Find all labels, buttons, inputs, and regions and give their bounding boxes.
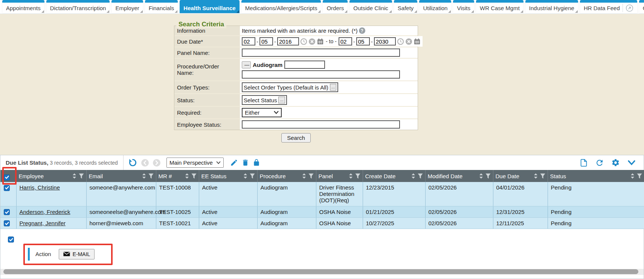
employee-link[interactable]: Harris, Christine xyxy=(20,184,60,191)
footer-select-all-checkbox[interactable] xyxy=(8,237,14,243)
tab-outside-clinic[interactable]: Outside Clinic xyxy=(349,0,392,13)
delete-trash-icon[interactable] xyxy=(241,159,249,167)
due-from-month-input[interactable] xyxy=(242,37,255,45)
sort-icon[interactable] xyxy=(142,173,146,179)
row-checkbox[interactable] xyxy=(4,220,10,226)
tab-quality-of[interactable]: Quality of xyxy=(639,0,644,13)
due-from-year-input[interactable] xyxy=(277,37,299,45)
filter-funnel-icon[interactable] xyxy=(485,173,491,179)
sort-icon[interactable] xyxy=(185,173,189,179)
select-all-checkbox[interactable] xyxy=(4,174,10,180)
status-cell: Pending xyxy=(548,206,644,217)
row-checkbox[interactable] xyxy=(4,185,10,191)
row-checkbox[interactable] xyxy=(4,209,10,215)
tab-safety[interactable]: Safety xyxy=(394,0,418,13)
panel-name-input[interactable] xyxy=(242,49,400,57)
procedure-detail-input[interactable] xyxy=(284,61,325,69)
tab-utilization[interactable]: Utilization xyxy=(419,0,451,13)
column-header-employee[interactable]: Employee xyxy=(16,170,86,182)
order-types-picker[interactable]: Select Order Types (Default is All) ... xyxy=(242,82,338,92)
procedure-order-name-input[interactable] xyxy=(242,70,400,79)
tab-medications-allergies-scripts[interactable]: Medications/Allergies/Scripts xyxy=(241,0,321,13)
filter-funnel-icon[interactable] xyxy=(540,173,545,179)
filter-funnel-icon[interactable] xyxy=(637,173,642,179)
calendar-icon[interactable] xyxy=(414,38,421,45)
employee-link[interactable]: Anderson, Frederick xyxy=(20,209,70,215)
undo-icon[interactable] xyxy=(128,158,137,167)
tab-health-surveillance[interactable]: Health Surveillance xyxy=(180,0,239,13)
column-header-mr[interactable]: MR # xyxy=(156,170,199,182)
clear-icon[interactable] xyxy=(308,38,316,45)
filter-funnel-icon[interactable] xyxy=(191,173,197,179)
column-header-create-date[interactable]: Create Date xyxy=(363,170,425,182)
search-button[interactable]: Search xyxy=(281,133,311,143)
tab-dictation-transcription[interactable]: Dictation/Transcription xyxy=(46,0,110,13)
sort-icon[interactable] xyxy=(479,173,483,179)
clock-icon[interactable] xyxy=(300,38,307,45)
column-header-modified-date[interactable]: Modified Date xyxy=(425,170,493,182)
help-icon[interactable]: ? xyxy=(359,27,365,34)
new-document-icon[interactable] xyxy=(580,158,588,167)
filter-funnel-icon[interactable] xyxy=(79,173,84,179)
due-date-cell: 04/01/2026 xyxy=(493,182,548,206)
employee-status-input[interactable] xyxy=(242,120,400,129)
filter-funnel-icon[interactable] xyxy=(148,173,154,179)
table-row[interactable]: Anderson, Frederick someoneelse@anywhere… xyxy=(0,206,644,217)
due-to-year-input[interactable] xyxy=(374,37,396,45)
sort-icon[interactable] xyxy=(534,173,538,179)
tab-wr-case-mgmt[interactable]: WR Case Mgmt xyxy=(476,0,523,13)
status-picker[interactable]: Select Status ... xyxy=(242,95,287,105)
employee-link[interactable]: Pregnant, Jennifer xyxy=(20,220,66,226)
due-to-month-input[interactable] xyxy=(339,37,352,45)
lock-icon[interactable] xyxy=(253,159,260,167)
clock-icon[interactable] xyxy=(397,38,404,45)
email-button[interactable]: E-MAIL xyxy=(59,249,95,259)
filter-funnel-icon[interactable] xyxy=(308,173,314,179)
tab-label: Health Surveillance xyxy=(183,5,235,11)
sort-icon[interactable] xyxy=(349,173,353,179)
external-link-icon[interactable] xyxy=(626,4,633,12)
due-from-day-input[interactable] xyxy=(259,37,273,45)
table-row[interactable]: Harris, Christine someone@anywhere.com T… xyxy=(0,182,644,206)
sort-icon[interactable] xyxy=(243,173,247,179)
sort-icon[interactable] xyxy=(411,173,415,179)
sort-icon[interactable] xyxy=(72,173,76,179)
column-header-ee-status[interactable]: EE Status xyxy=(199,170,257,182)
refresh-icon[interactable] xyxy=(595,158,604,167)
edit-pencil-icon[interactable] xyxy=(230,159,238,167)
horizontal-scrollbar-track[interactable] xyxy=(0,269,644,275)
tab-industrial-hygiene[interactable]: Industrial Hygiene xyxy=(525,0,578,13)
column-header-status[interactable]: Status xyxy=(548,170,644,182)
gear-icon[interactable] xyxy=(611,158,620,167)
sort-icon[interactable] xyxy=(302,173,306,179)
perspective-select[interactable]: Main Perspective xyxy=(166,158,224,168)
calendar-icon[interactable] xyxy=(317,38,324,45)
column-header-panel[interactable]: Panel xyxy=(316,170,363,182)
filter-funnel-icon[interactable] xyxy=(418,173,423,179)
column-header-procedure[interactable]: Procedure xyxy=(257,170,316,182)
due-to-day-input[interactable] xyxy=(356,37,370,45)
horizontal-scrollbar-thumb[interactable] xyxy=(3,269,638,274)
create-date-cell: 10/27/2025 xyxy=(363,217,425,229)
tab-financials[interactable]: Financials xyxy=(145,0,178,13)
clear-icon[interactable] xyxy=(405,38,412,45)
tab-visits[interactable]: Visits xyxy=(453,0,474,13)
column-header-email[interactable]: Email xyxy=(86,170,156,182)
tab-hr-data-feed[interactable]: HR Data Feed xyxy=(580,0,637,13)
remove-procedure-button[interactable]: — xyxy=(242,61,251,68)
collapse-chevron-icon[interactable] xyxy=(627,159,636,166)
status-ellipsis-button[interactable]: ... xyxy=(278,97,285,103)
column-header-due-date[interactable]: Due Date xyxy=(493,170,548,182)
order-types-ellipsis-button[interactable]: ... xyxy=(330,84,336,91)
filter-funnel-icon[interactable] xyxy=(355,173,360,179)
tab-appointments[interactable]: Appointments xyxy=(2,0,44,13)
sort-icon[interactable] xyxy=(630,173,635,179)
required-select[interactable]: Either xyxy=(242,108,282,117)
filter-funnel-icon[interactable] xyxy=(250,173,255,179)
table-row[interactable]: Pregnant, Jennifer horner@mieweb.com TES… xyxy=(0,217,644,229)
row-order-types: Order Types: Select Order Types (Default… xyxy=(174,81,418,94)
tab-employer[interactable]: Employer xyxy=(111,0,143,13)
next-page-icon[interactable] xyxy=(153,159,161,167)
prev-page-icon[interactable] xyxy=(141,159,149,167)
tab-orders[interactable]: Orders xyxy=(323,0,348,13)
